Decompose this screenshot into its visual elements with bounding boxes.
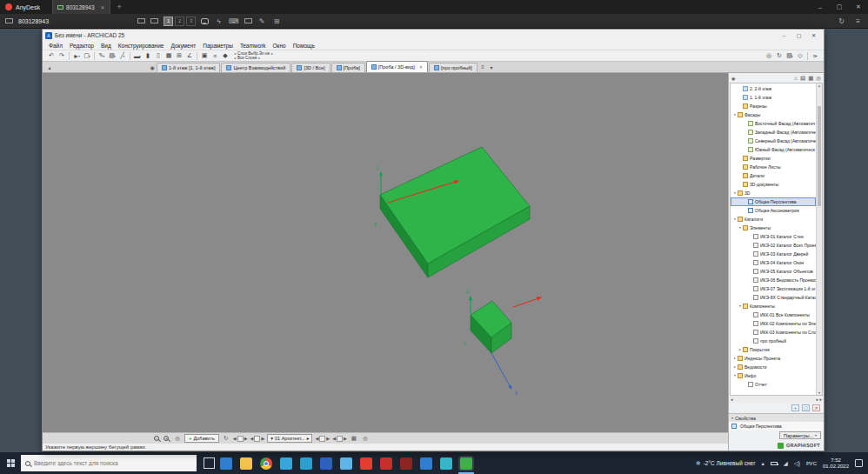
3d-viewport[interactable]: 1 6 2 [43,73,728,432]
clock[interactable]: 7:52 01.02.2022 [823,457,849,470]
monitor-select-1[interactable]: 1 [164,17,173,26]
navigator-item[interactable]: ИКЭ-04 Каталог Окон [731,258,816,267]
redo-icon[interactable]: ↷ [57,51,67,61]
arrow-tool-icon[interactable]: ►▾ [71,51,82,61]
apps-icon[interactable]: ⊞ [272,17,282,25]
door-tool-icon[interactable]: ▯ [153,51,164,61]
archicad-minimize-button[interactable]: – [777,30,791,40]
new-folder-icon[interactable]: ▢ [802,404,810,411]
slab-small[interactable] [471,301,511,353]
zoom-out-icon[interactable]: - [154,436,159,441]
close-button[interactable]: ✕ [849,0,868,14]
menu-item[interactable]: Конструирование [115,43,168,49]
snap-grid-icon[interactable]: ⊞ [174,51,184,61]
taskbar-app-blue-3[interactable] [420,457,432,470]
taskbar-app-edge[interactable] [280,457,292,470]
weather-widget[interactable]: ❄ -2°C Ливневый снег [696,460,756,467]
view-map-icon[interactable]: ▤ [800,75,805,82]
menu-item[interactable]: Редактор [66,43,97,49]
taskbar-app-cyan[interactable] [440,457,452,470]
pen-icon[interactable]: ✎▾ [97,51,107,61]
group-icon[interactable]: ▣ [199,51,210,61]
navigator-item[interactable]: ▾Каталоги [731,215,816,224]
navigator-item[interactable]: ИКК-01 Все Компоненты [731,310,816,319]
navigator-item[interactable]: ИКЭ-8Х Стандартный Катал [731,293,816,302]
taskbar-app-blue-2[interactable] [320,457,332,470]
action-center-icon[interactable] [855,459,863,467]
orbit-icon[interactable]: ↻ [222,435,230,442]
whiteboard-icon[interactable]: ✎ [257,17,267,25]
tree-hscrollbar[interactable]: ◂ ▸ ▸ [729,396,824,403]
navigator-item[interactable]: Северный Фасад (Автоматиче [731,137,816,145]
guide-lines-icon[interactable]: ∠ [184,51,195,61]
task-view-button[interactable] [204,457,215,469]
archicad-restore-button[interactable]: ▢ [791,30,806,40]
navigator-item[interactable]: ИКК-03 Компоненты по Сло [731,328,816,337]
new-session-button[interactable]: + [110,3,129,11]
navigator-item[interactable]: ▸Ведомости [731,363,816,371]
tiles-icon[interactable]: ▦ [350,435,358,442]
volume-icon[interactable]: ◁) [794,460,800,467]
navigator-item[interactable]: ▸Покрытия [731,345,816,354]
layout-book-icon[interactable]: ▦ [808,75,813,82]
layout-selector[interactable]: ▾ 01 Архитект... ▸ [267,434,312,443]
menu-item[interactable]: Параметры [199,43,237,49]
pager-4[interactable]: ◀▶ [332,436,347,442]
add-view-button[interactable]: + Добавить [184,434,219,443]
taskbar-app-chrome[interactable] [260,457,272,470]
view-tab[interactable]: [про пробный] [429,63,477,72]
search-input[interactable] [34,460,182,466]
grid-icon[interactable]: ▦ [164,51,174,61]
settings-button[interactable]: Параметры... ▾ [779,431,821,439]
properties-header[interactable]: ▾ Свойства [729,413,824,422]
search-icon[interactable]: ◎ [361,435,370,442]
pager-3[interactable]: ◀▶ [315,436,330,442]
navigator-item[interactable]: Отчет [731,380,816,389]
layer-prev2-icon[interactable]: ◂ [234,56,236,60]
tab-list-icon[interactable]: ≡ [478,64,487,70]
view-tab[interactable]: [3D / Все] [291,63,330,72]
minimize-button[interactable]: – [811,0,830,14]
session-tab-close-icon[interactable]: ✕ [101,4,105,10]
navigator-item[interactable]: 2. 2-й этаж [731,84,816,93]
monitor-select-3[interactable]: 3 [186,17,196,26]
navigator-item[interactable]: ▸Индексы Проекта [731,354,816,363]
wall-tool-icon[interactable]: ▬▾ [132,51,143,61]
publisher-icon[interactable]: ◎ [816,75,821,82]
taskbar-search[interactable] [21,455,197,471]
navigator-item[interactable]: Разрезы [731,102,816,110]
navigator-item[interactable]: ИКЭ-05 Каталог Объектов [731,267,816,276]
network-icon[interactable]: ◢ [784,460,788,467]
layers-control[interactable]: ◂Слои Выбр.Эл-ов▸ ◂Все Слоев▸ [234,51,273,60]
navigator-item[interactable]: Общая Аксонометрия [731,206,816,215]
maximize-button[interactable]: ▢ [830,0,849,14]
scroll-thumb[interactable] [818,106,821,206]
taskbar-app-explorer[interactable] [240,457,252,470]
taskbar-app-darkred[interactable] [400,457,412,470]
monitor-2-icon[interactable] [150,18,158,23]
taskbar-app-blue-1[interactable] [220,457,232,470]
menu-item[interactable]: Окно [270,43,290,49]
render-icon[interactable]: ▧▾ [785,51,795,61]
pin-tab-icon[interactable]: ◉ [148,64,157,70]
new-view-icon[interactable]: + [791,404,799,411]
keyboard-icon[interactable]: ⌨ [229,17,239,25]
tab-close-icon[interactable]: ✕ [419,64,423,70]
taskbar-app-acrobat[interactable] [360,457,372,470]
navigator-item[interactable]: Общая Перспектива [731,197,816,206]
navigator-item[interactable]: 3D-документы [731,180,816,189]
menu-item[interactable]: Teamwork [237,43,270,49]
pop-up-navigator-icon[interactable]: ▴ [45,64,54,70]
view-tab[interactable]: Центр Взаимодействий [221,63,290,72]
menu-item[interactable]: Файл [45,43,66,49]
navigator-item[interactable]: Развертки [731,154,816,163]
line-type-icon[interactable]: ╱▾ [117,51,128,61]
navigator-item[interactable]: Западный Фасад (Автоматиче [731,128,816,137]
fill-icon[interactable]: ▨▾ [107,51,117,61]
current-view-row[interactable]: Общая Перспектива [729,422,824,431]
layer-next2-icon[interactable]: ▸ [258,56,260,60]
navigator-item[interactable]: ▾Инфо [731,371,816,380]
history-icon[interactable]: ↻ [837,17,846,25]
navigator-item[interactable]: Восточный Фасад (Автоматич [731,119,816,128]
navigator-item[interactable]: 1. 1-й этаж [731,93,816,102]
